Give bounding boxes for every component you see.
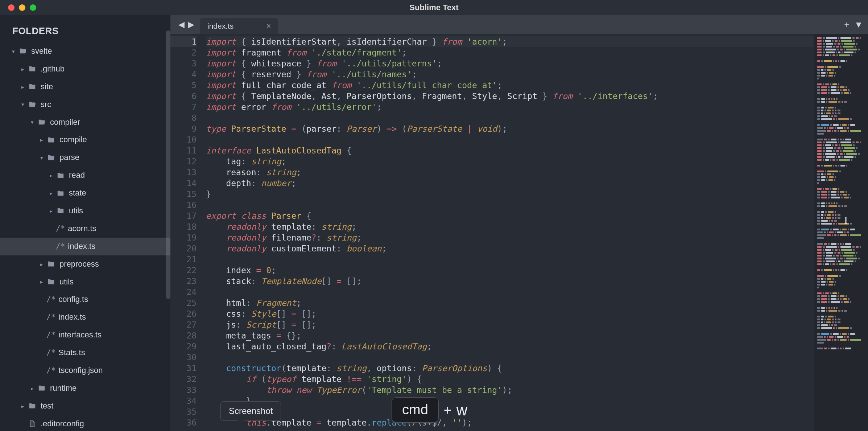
tree-folder[interactable]: ▾parse (0, 149, 170, 167)
tree-file[interactable]: /*config.ts (0, 291, 170, 308)
code-line[interactable]: } (206, 189, 814, 200)
tree-folder[interactable]: ▸.github (0, 60, 170, 78)
code-line[interactable]: html: Fragment; (206, 297, 814, 308)
tree-folder[interactable]: ▸compile (0, 131, 170, 149)
code-line[interactable]: css: Style[] = []; (206, 308, 814, 319)
chevron-right-icon[interactable]: ▸ (39, 135, 44, 145)
chevron-right-icon[interactable]: ▸ (20, 82, 25, 92)
chevron-right-icon[interactable]: ▸ (30, 383, 35, 394)
editor-content[interactable]: 1234567891011121314151617181920212223242… (170, 34, 868, 431)
folder-icon (28, 402, 37, 410)
tree-folder[interactable]: ▸preprocess (0, 255, 170, 273)
chevron-right-icon[interactable]: ▸ (20, 401, 25, 411)
code-line[interactable] (206, 112, 814, 123)
code-line[interactable]: last_auto_closed_tag?: LastAutoClosedTag… (206, 341, 814, 352)
tree-folder[interactable]: ▸read (0, 167, 170, 184)
window-close-button[interactable] (8, 4, 15, 11)
minimap[interactable] (814, 34, 868, 431)
tree-folder[interactable]: ▸state (0, 184, 170, 202)
chevron-right-icon[interactable]: ▸ (39, 276, 44, 287)
code-line[interactable]: import error from '../utils/error'; (206, 102, 814, 112)
chevron-right-icon[interactable]: ▸ (39, 259, 44, 270)
code-line[interactable] (206, 200, 814, 210)
window-maximize-button[interactable] (30, 4, 36, 11)
code-line[interactable]: this.template = template.replace(/\s+$/,… (206, 417, 814, 428)
code-line[interactable]: tag: string; (206, 156, 814, 167)
code-line[interactable]: index = 0; (206, 265, 814, 276)
code-line[interactable]: readonly customElement: boolean; (206, 243, 814, 254)
sidebar-scrollbar[interactable] (166, 30, 170, 299)
chevron-down-icon[interactable]: ▾ (30, 117, 35, 127)
chevron-down-icon[interactable]: ▾ (20, 99, 25, 110)
line-number: 16 (170, 200, 197, 210)
code-line[interactable]: import full_char_code_at from '../utils/… (206, 80, 814, 91)
folder-icon (46, 154, 56, 162)
tab-active[interactable]: index.ts × (200, 18, 278, 34)
tree-item-label: acorn.ts (68, 221, 96, 237)
tree-file[interactable]: /*tsconfig.json (0, 362, 170, 379)
file-type-prefix: /* (46, 310, 55, 325)
code-line[interactable] (206, 254, 814, 265)
new-tab-icon[interactable]: + (844, 20, 849, 30)
code-line[interactable]: import { whitespace } from '../utils/pat… (206, 58, 814, 69)
code-line[interactable] (206, 134, 814, 145)
window-minimize-button[interactable] (19, 4, 25, 11)
tree-file[interactable]: .editorconfig (0, 415, 170, 431)
chevron-right-icon[interactable]: ▸ (49, 206, 54, 216)
chevron-right-icon[interactable]: ▸ (49, 170, 54, 181)
tab-close-icon[interactable]: × (266, 21, 271, 31)
code-line[interactable]: interface LastAutoClosedTag { (206, 145, 814, 156)
tree-item-label: utils (69, 203, 83, 219)
line-number: 17 (170, 210, 197, 221)
line-number: 9 (170, 123, 197, 134)
chevron-right-icon[interactable]: ▸ (20, 64, 25, 74)
tree-folder[interactable]: ▸utils (0, 273, 170, 291)
chevron-right-icon[interactable]: ▸ (49, 188, 54, 198)
code-line[interactable]: } (206, 395, 814, 406)
code-line[interactable]: stack: TemplateNode[] = []; (206, 276, 814, 287)
chevron-down-icon[interactable]: ▾ (11, 46, 16, 57)
line-number: 6 (170, 91, 197, 102)
tree-file[interactable]: /*acorn.ts (0, 220, 170, 238)
nav-back-icon[interactable]: ◀ (177, 19, 186, 30)
code-line[interactable]: throw new TypeError('Template must be a … (206, 385, 814, 395)
nav-forward-icon[interactable]: ▶ (187, 19, 196, 30)
code-line[interactable]: import { reserved } from '../utils/names… (206, 69, 814, 80)
tree-file[interactable]: /*interfaces.ts (0, 326, 170, 344)
code-line[interactable]: import { TemplateNode, Ast, ParserOption… (206, 91, 814, 102)
code-line[interactable]: if (typeof template !== 'string') { (206, 374, 814, 385)
tree-file[interactable]: /*index.ts (0, 238, 170, 255)
keyboard-shortcut-overlay: cmd + w (392, 397, 467, 423)
tree-folder[interactable]: ▾compiler (0, 114, 170, 131)
code-area[interactable]: import { isIdentifierStart, isIdentifier… (203, 34, 814, 431)
tree-folder[interactable]: ▸test (0, 397, 170, 415)
code-line[interactable]: js: Script[] = []; (206, 319, 814, 330)
tree-file[interactable]: /*Stats.ts (0, 344, 170, 362)
code-line[interactable] (206, 406, 814, 417)
code-line[interactable]: type ParserState = (parser: Parser) => (… (206, 123, 814, 134)
code-line[interactable]: depth: number; (206, 178, 814, 189)
tree-folder[interactable]: ▸runtime (0, 379, 170, 397)
file-type-prefix: /* (56, 239, 65, 254)
line-number: 13 (170, 167, 197, 178)
code-line[interactable] (206, 287, 814, 297)
folder-icon (46, 278, 56, 286)
code-line[interactable]: readonly template: string; (206, 221, 814, 232)
chevron-down-icon[interactable]: ▾ (39, 152, 44, 163)
tree-folder[interactable]: ▸utils (0, 202, 170, 220)
tree-file[interactable]: /*index.ts (0, 308, 170, 326)
code-line[interactable]: import fragment from './state/fragment'; (206, 47, 814, 58)
tab-menu-icon[interactable]: ▼ (854, 20, 863, 30)
tree-folder[interactable]: ▸site (0, 78, 170, 96)
file-type-prefix: /* (46, 345, 55, 360)
code-line[interactable]: reason: string; (206, 167, 814, 178)
code-line[interactable]: export class Parser { (206, 210, 814, 221)
tree-folder[interactable]: ▾svelte (0, 42, 170, 60)
code-line[interactable]: meta_tags = {}; (206, 330, 814, 341)
code-line[interactable]: constructor(template: string, options: P… (206, 363, 814, 374)
code-line[interactable] (206, 352, 814, 363)
code-line[interactable]: import { isIdentifierStart, isIdentifier… (206, 36, 814, 47)
tree-folder[interactable]: ▾src (0, 96, 170, 114)
line-number: 7 (170, 102, 197, 112)
code-line[interactable]: readonly filename?: string; (206, 232, 814, 243)
